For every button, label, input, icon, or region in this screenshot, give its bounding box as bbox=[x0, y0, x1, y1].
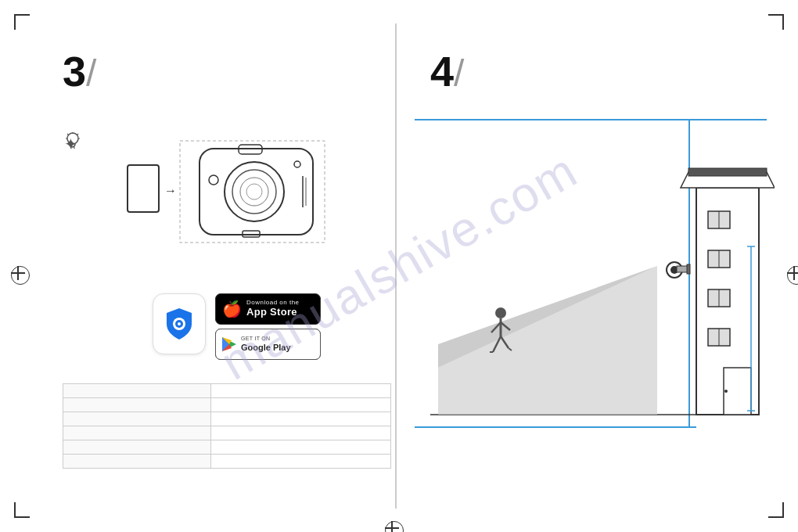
step3-slash: / bbox=[86, 52, 96, 94]
step3-panel: 3/ ✦ → bbox=[31, 0, 391, 532]
svg-point-26 bbox=[495, 307, 506, 318]
apple-icon: 🍎 bbox=[222, 300, 242, 318]
spec-table bbox=[63, 383, 391, 469]
phone-card bbox=[127, 164, 160, 213]
googleplay-badge-2[interactable]: GET IT ON Google Play bbox=[215, 329, 321, 360]
app-shield-icon bbox=[153, 293, 206, 354]
table-row bbox=[63, 455, 391, 469]
bulb-svg bbox=[64, 131, 81, 156]
svg-point-14 bbox=[240, 178, 268, 206]
svg-rect-36 bbox=[688, 168, 767, 176]
step4-heading: 4/ bbox=[430, 47, 464, 95]
camera-device-illustration bbox=[176, 121, 332, 253]
table-row bbox=[63, 426, 391, 440]
step4-number: 4 bbox=[430, 48, 454, 95]
svg-point-12 bbox=[225, 162, 284, 221]
step4-bottom-line bbox=[415, 426, 696, 428]
appstore-text: Download on the App Store bbox=[246, 300, 300, 318]
step4-panel: 4/ bbox=[399, 0, 782, 532]
spec-table-grid bbox=[63, 383, 391, 469]
svg-rect-50 bbox=[687, 264, 690, 274]
corner-mark-bl bbox=[14, 502, 30, 518]
gplay-text: GET IT ON Google Play bbox=[241, 336, 291, 353]
step3-heading: 3/ bbox=[63, 47, 96, 95]
table-row bbox=[63, 412, 391, 426]
svg-point-46 bbox=[724, 390, 728, 393]
detection-scene bbox=[415, 125, 767, 426]
svg-rect-45 bbox=[724, 368, 751, 415]
svg-line-5 bbox=[77, 134, 79, 135]
step3-number: 3 bbox=[63, 48, 86, 95]
svg-point-13 bbox=[232, 170, 276, 214]
arrow-right-icon: → bbox=[164, 184, 177, 198]
corner-mark-tl bbox=[14, 14, 30, 30]
svg-point-0 bbox=[67, 133, 78, 144]
svg-point-17 bbox=[294, 161, 300, 167]
gplay-logo-svg bbox=[221, 336, 238, 353]
panel-divider bbox=[395, 23, 397, 509]
svg-line-4 bbox=[67, 134, 69, 135]
svg-point-16 bbox=[209, 175, 218, 185]
svg-point-15 bbox=[246, 184, 262, 200]
svg-rect-49 bbox=[677, 266, 688, 272]
table-row bbox=[63, 384, 391, 398]
table-row bbox=[63, 440, 391, 455]
appstore-badge[interactable]: 🍎 Download on the App Store bbox=[215, 293, 321, 325]
svg-point-22 bbox=[178, 322, 181, 325]
step4-top-line bbox=[415, 119, 767, 120]
table-row bbox=[63, 398, 391, 412]
step4-slash: / bbox=[454, 52, 464, 94]
